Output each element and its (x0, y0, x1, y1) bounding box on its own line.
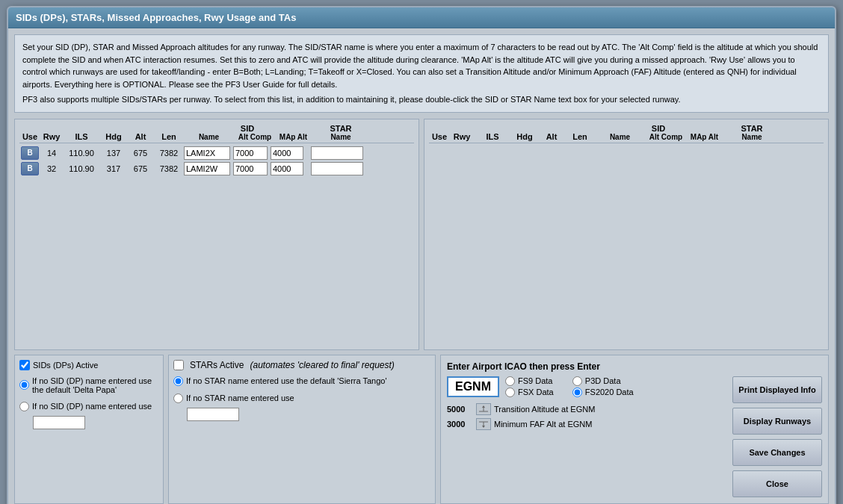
fs2020-radio[interactable] (572, 388, 582, 397)
sid-default-radio1[interactable] (19, 380, 29, 390)
col-header-len-right: Len (565, 132, 595, 141)
col-subheader-sid-name-right: Name (596, 133, 644, 141)
sid-altcomp-input-row2[interactable] (233, 162, 268, 175)
rwy-value-row1: 14 (40, 149, 63, 158)
col-subheader-star-name-right: Name (741, 133, 762, 141)
col-subheader-sid-name-left: Name (185, 133, 233, 141)
use-button-row2[interactable]: B (21, 162, 39, 175)
star-default-radio2[interactable] (173, 393, 183, 403)
fs9-radio[interactable] (505, 376, 515, 386)
col-header-star-right: STAR (741, 124, 762, 133)
use-button-row1[interactable]: B (21, 146, 39, 160)
transition-alt-value: 5000 (447, 405, 473, 414)
col-header-ils-right: ILS (474, 132, 511, 141)
star-custom-input[interactable] (187, 408, 239, 421)
len-value-row2: 7382 (154, 164, 184, 173)
stars-active-checkbox[interactable] (173, 360, 184, 370)
sids-section: SIDs (DPs) Active If no SID (DP) name en… (14, 355, 164, 504)
star-default-radio2-label: If no STAR name entered use (186, 393, 294, 402)
sid-altcomp-input-row1[interactable] (233, 146, 268, 160)
col-header-use-right: Use (429, 132, 450, 141)
col-header-hdg-left: Hdg (100, 132, 127, 141)
sid-name-input-row1[interactable] (184, 146, 230, 160)
col-header-sid-right: SID (652, 124, 665, 133)
col-header-use-left: Use (19, 132, 40, 141)
right-runway-panel: Use Rwy ILS Hdg Alt Len SID Name Alt Com… (424, 119, 829, 350)
col-header-len-left: Len (154, 132, 184, 141)
alt-value-row1: 675 (127, 149, 154, 158)
sid-mapalt-input-row1[interactable] (271, 146, 303, 160)
fs2020-label: FS2020 Data (585, 388, 634, 396)
icao-input[interactable] (447, 376, 499, 397)
col-header-rwy-left: Rwy (40, 132, 63, 141)
col-subheader-altcomp-left: Alt Comp (236, 133, 274, 141)
main-window: SIDs (DPs), STARs, Missed Approaches, Rw… (7, 6, 836, 504)
col-header-alt-left: Alt (127, 132, 154, 141)
star-default-radio1-label: If no STAR name entered use the default … (186, 376, 387, 385)
print-displayed-info-button[interactable]: Print Displayed Info (732, 376, 822, 403)
close-button[interactable]: Close (732, 470, 822, 497)
svg-marker-5 (482, 426, 485, 428)
len-value-row1: 7382 (154, 149, 184, 158)
p3d-radio[interactable] (572, 376, 582, 386)
stars-active-label: STARs Active (190, 360, 244, 370)
min-faf-icon (476, 418, 491, 430)
col-header-sid-left: SID (241, 124, 254, 133)
star-name-input-row2[interactable] (311, 162, 363, 175)
left-runway-panel: Use Rwy ILS Hdg Alt Len SID Name Alt Com… (14, 119, 419, 350)
col-header-hdg-right: Hdg (511, 132, 538, 141)
col-header-rwy-right: Rwy (450, 132, 474, 141)
p3d-label: P3D Data (585, 376, 621, 385)
info-box: Set your SID (DP), STAR and Missed Appro… (14, 34, 829, 113)
sid-default-radio2[interactable] (19, 402, 29, 411)
ils-value-row1: 110.90 (63, 149, 100, 158)
sid-name-input-row2[interactable] (184, 162, 230, 175)
sid-default-radio1-label: If no SID (DP) name entered use the defa… (32, 376, 158, 394)
stars-automates-label: (automates 'cleared to final' request) (250, 360, 394, 370)
save-changes-button[interactable]: Save Changes (732, 439, 822, 466)
info-line2: PF3 also supports multiple SIDs/STARs pe… (22, 93, 821, 106)
stars-section: STARs Active (automates 'cleared to fina… (168, 355, 436, 504)
col-header-star-left: STAR (330, 124, 351, 133)
col-header-ils-left: ILS (63, 132, 100, 141)
alt-value-row2: 675 (127, 164, 154, 173)
transition-alt-label: Transition Altitude at EGNM (494, 405, 595, 414)
transition-alt-icon (476, 403, 491, 415)
star-name-input-row1[interactable] (311, 146, 363, 160)
col-subheader-mapalt-right: MAp Alt (688, 133, 721, 141)
star-default-radio1[interactable] (173, 376, 183, 386)
fs9-label: FS9 Data (518, 376, 552, 385)
col-subheader-star-name-left: Name (330, 133, 351, 141)
sid-default-radio2-label: If no SID (DP) name entered use (32, 402, 152, 411)
min-faf-value: 3000 (447, 420, 473, 429)
col-subheader-altcomp-right: Alt Comp (647, 133, 685, 141)
hdg-value-row1: 137 (100, 149, 127, 158)
col-subheader-mapalt-left: MAp Alt (277, 133, 310, 141)
col-header-alt-right: Alt (538, 132, 565, 141)
min-faf-label: Minimum FAF Alt at EGNM (494, 420, 592, 429)
display-runways-button[interactable]: Display Runways (732, 408, 822, 435)
airport-section: Enter Airport ICAO then press Enter FS9 … (440, 355, 829, 504)
enter-icao-title: Enter Airport ICAO then press Enter (447, 361, 822, 372)
window-title: SIDs (DPs), STARs, Missed Approaches, Rw… (16, 12, 296, 23)
rwy-value-row2: 32 (40, 164, 63, 173)
ils-value-row2: 110.90 (63, 164, 100, 173)
sid-mapalt-input-row2[interactable] (271, 162, 303, 175)
fsx-label: FSX Data (518, 388, 554, 396)
fsx-radio[interactable] (505, 388, 515, 397)
sids-active-label: SIDs (DPs) Active (33, 361, 98, 370)
hdg-value-row2: 317 (100, 164, 127, 173)
info-line1: Set your SID (DP), STAR and Missed Appro… (22, 41, 821, 90)
table-row: B 14 110.90 137 675 7382 (19, 146, 414, 160)
title-bar: SIDs (DPs), STARs, Missed Approaches, Rw… (8, 7, 835, 28)
sid-custom-input[interactable] (33, 416, 85, 429)
table-row: B 32 110.90 317 675 7382 (19, 162, 414, 175)
svg-marker-2 (482, 405, 485, 408)
sids-active-checkbox[interactable] (19, 360, 30, 370)
